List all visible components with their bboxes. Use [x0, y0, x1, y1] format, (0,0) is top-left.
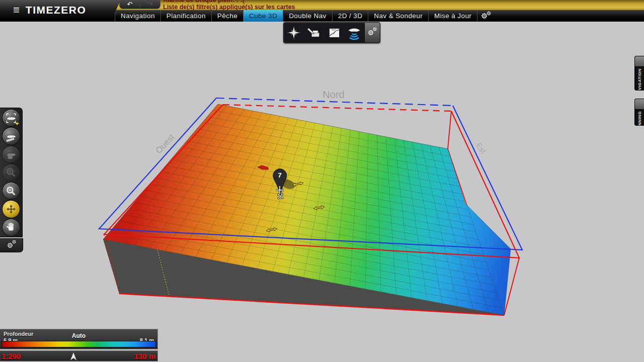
compass-east-label: Est: [474, 141, 488, 155]
center-on-boat-button[interactable]: [2, 109, 20, 127]
tab-nav-sondeur[interactable]: Nav & Sondeur: [368, 10, 429, 22]
alarm-notification-bar[interactable]: Alarme de Disque plein: ! :( Liste de(s)…: [115, 0, 644, 11]
depth-color-gradient[interactable]: [2, 341, 156, 347]
timezero-app: Alarme de Disque plein: ! :( Liste de(s)…: [0, 0, 644, 362]
side-tab-planning[interactable]: PLANNING: [634, 99, 644, 126]
filter-list-text: Liste de(s) filtre(s) appliqué(s) sur le…: [163, 4, 295, 11]
pin-number: 7: [278, 171, 282, 179]
boat-hand-icon: [5, 148, 18, 161]
hamburger-menu-icon[interactable]: ≡: [13, 5, 20, 16]
tool-sidebar: [0, 108, 23, 237]
north-arrow-icon: [68, 351, 78, 361]
hand-pan-button[interactable]: [2, 219, 20, 236]
move-3d-view-button[interactable]: [2, 200, 20, 218]
view-toolbar: [283, 22, 380, 43]
toolbar-settings-button[interactable]: [364, 23, 380, 43]
scale-distance: 130 m: [134, 352, 155, 360]
depth-scale-panel[interactable]: Profondeur Auto 6.9 m 8.1 m: [0, 329, 158, 349]
redo-icon: ↷: [147, 1, 153, 8]
pan-arrows-icon: [6, 204, 17, 215]
zoom-out-button[interactable]: [2, 182, 20, 200]
side-tab-grip: [635, 99, 644, 110]
tab-double-nav[interactable]: Double Nav: [283, 10, 333, 22]
routes-annotations-button[interactable]: [304, 23, 324, 43]
side-tab-navigation[interactable]: NAVIGATION: [634, 56, 644, 90]
undo-redo-group: ↶ ↷: [119, 0, 160, 9]
tab-mise-a-jour[interactable]: Mise à Jour: [429, 10, 477, 22]
tab-2d-3d[interactable]: 2D / 3D: [333, 10, 369, 22]
compass-rose-button[interactable]: [284, 23, 304, 43]
scale-bar-panel: 1:290 130 m: [0, 350, 158, 361]
chart-map-icon: [328, 26, 341, 40]
boat-pan-button[interactable]: [2, 146, 20, 163]
tab-cube-3d[interactable]: Cube 3D: [244, 10, 283, 22]
app-title: TIMEZERO: [26, 4, 87, 16]
zoom-out-icon: [5, 185, 17, 197]
boat-route-measure-button[interactable]: [2, 127, 20, 145]
side-tab-grip: [635, 56, 644, 67]
dropdown-triangle-icon: [15, 123, 19, 125]
undo-button[interactable]: ↶: [120, 0, 140, 9]
gear-small-icon: [12, 239, 17, 244]
boat-sonar-icon: [347, 25, 362, 40]
alarm-text: Alarme de Disque plein: ! :(: [163, 0, 245, 4]
compass-west-label: Ouest: [154, 132, 177, 155]
compass-rose-icon: [287, 26, 301, 40]
workspace-settings-button[interactable]: [477, 10, 495, 22]
workspace-tabs: Navigation Planification Pêche Cube 3D D…: [115, 10, 644, 22]
logo-block: ≡ TIMEZERO: [0, 0, 121, 20]
gear-small-icon: [372, 27, 377, 32]
pencil-printer-icon: [307, 26, 321, 40]
depth-scale-mode[interactable]: Auto: [0, 332, 157, 339]
boat-ruler-icon: [5, 130, 18, 143]
compass-north-label: Nord: [323, 89, 344, 100]
boat-sonar-3d-button[interactable]: [344, 23, 364, 43]
sidebar-settings-button[interactable]: [0, 238, 23, 252]
tab-planification[interactable]: Planification: [161, 10, 212, 22]
chart-selection-button[interactable]: [324, 23, 344, 43]
tab-peche[interactable]: Pêche: [212, 10, 244, 22]
chart-scale-ratio: 1:290: [2, 352, 21, 360]
cube-3d-view[interactable]: Nord Ouest Est 7: [0, 22, 644, 362]
zoom-in-icon: [5, 166, 17, 178]
redo-button[interactable]: ↷: [140, 0, 160, 9]
zoom-in-button[interactable]: [2, 164, 20, 182]
gear-small-icon: [486, 11, 492, 16]
hand-icon: [5, 221, 17, 233]
undo-icon: ↶: [127, 1, 132, 8]
tab-navigation[interactable]: Navigation: [115, 10, 161, 22]
